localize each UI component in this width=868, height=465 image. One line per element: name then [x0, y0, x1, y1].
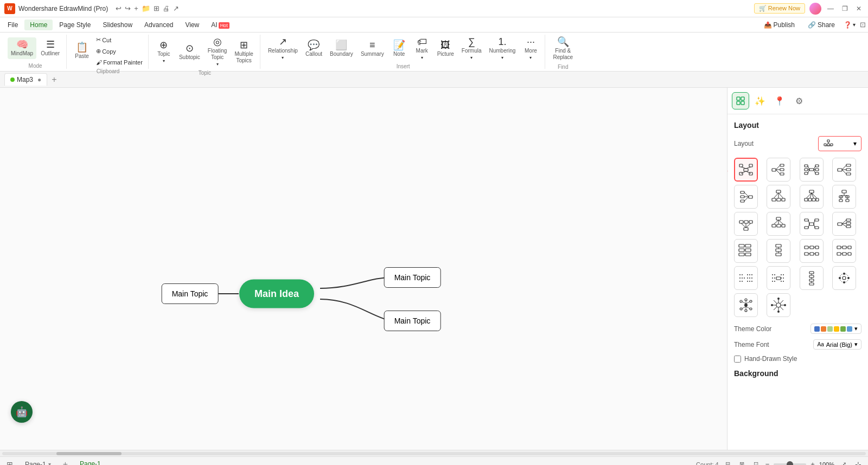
new-btn[interactable]: +	[134, 4, 138, 12]
cut-button[interactable]: ✂ Cut	[94, 35, 113, 45]
tab-map3[interactable]: Map3 ●	[4, 73, 47, 86]
layout-option-radial-dots[interactable]	[832, 266, 856, 290]
layout-option-wide-balanced[interactable]	[800, 158, 824, 182]
restore-button[interactable]: ❐	[840, 4, 850, 14]
add-page-button[interactable]: +	[63, 460, 68, 466]
menu-file[interactable]: File	[2, 20, 23, 30]
scrollbar-track[interactable]	[2, 452, 866, 455]
menu-advanced[interactable]: Advanced	[139, 20, 178, 30]
layout-option-top-wide[interactable]	[800, 185, 824, 209]
main-idea-node[interactable]: Main Idea	[239, 280, 314, 308]
layout-option-bottom-up[interactable]	[734, 212, 758, 236]
help-button[interactable]: ❓ ▾	[844, 21, 856, 29]
close-button[interactable]: ✕	[854, 4, 864, 14]
boundary-button[interactable]: ⬜ Boundary	[327, 38, 356, 60]
layout-option-dash-center[interactable]	[767, 266, 790, 290]
grid-btn[interactable]: ⊞	[154, 4, 159, 12]
panel-tab-ai[interactable]: ✨	[751, 92, 769, 109]
minimize-button[interactable]: —	[826, 4, 835, 14]
theme-color-dropdown[interactable]: ▾	[810, 324, 861, 334]
zoom-thumb[interactable]	[787, 461, 793, 466]
right-topic2-node[interactable]: Main Topic	[384, 311, 441, 331]
layout-option-star[interactable]	[767, 293, 790, 317]
layout-option-compact[interactable]	[832, 212, 856, 236]
picture-button[interactable]: 🖼 Picture	[434, 38, 457, 60]
undo-btn[interactable]: ↩	[116, 4, 122, 12]
find-replace-button[interactable]: 🔍 Find &Replace	[550, 35, 576, 63]
layout-option-left-tree[interactable]	[734, 185, 758, 209]
fullscreen-button[interactable]: ⤢	[839, 460, 848, 466]
layout-option-top-down[interactable]	[767, 185, 790, 209]
layout-option-right-only[interactable]	[832, 158, 856, 182]
panel-toggle[interactable]: ⊡	[860, 21, 866, 29]
zoom-slider[interactable]	[774, 463, 806, 466]
panel-tab-location[interactable]: 📍	[771, 92, 788, 109]
fit-screen-button[interactable]: ⊹	[855, 460, 861, 466]
view-fit-button[interactable]: ⊠	[737, 460, 747, 466]
sidebar-toggle[interactable]: ⊞	[7, 460, 13, 466]
topic-button[interactable]: ⊕ Topic ▾	[153, 38, 175, 66]
layout-option-arrows-right[interactable]	[800, 239, 824, 263]
layout-option-top-right[interactable]	[832, 185, 856, 209]
page-tab-1-chevron[interactable]: ▾	[48, 461, 51, 465]
subtopic-button[interactable]: ⊙ Subtopic	[176, 41, 203, 63]
canvas[interactable]: Main Idea Main Topic Main Topic Main Top…	[0, 88, 727, 450]
left-topic-node[interactable]: Main Topic	[162, 283, 219, 304]
layout-option-bottom-wide[interactable]	[767, 212, 790, 236]
right-topic1-node[interactable]: Main Topic	[384, 267, 441, 288]
paste-button[interactable]: 📋 Paste	[71, 40, 93, 62]
add-tab-button[interactable]: +	[49, 75, 59, 85]
layout-dropdown[interactable]: ▾	[818, 136, 861, 151]
more-button[interactable]: ··· More ▾	[520, 35, 541, 62]
outliner-button[interactable]: ☰ Outliner	[37, 37, 63, 59]
zoom-out-button[interactable]: −	[765, 460, 770, 465]
mindmap-button[interactable]: 🧠 MindMap	[8, 37, 36, 59]
user-avatar[interactable]	[809, 3, 821, 15]
copy-button[interactable]: ⊕ Copy	[94, 46, 118, 56]
view-split-button[interactable]: ⊟	[723, 460, 733, 466]
panel-tab-layout[interactable]	[732, 92, 749, 109]
layout-option-arrows-left[interactable]	[832, 239, 856, 263]
hand-drawn-checkbox[interactable]	[734, 356, 741, 363]
open-btn[interactable]: 📁	[142, 4, 150, 12]
share-button[interactable]: 🔗 Share	[803, 20, 839, 30]
menu-ai[interactable]: AIHot	[206, 20, 234, 30]
note-button[interactable]: 📝 Note	[388, 38, 410, 60]
mark-button[interactable]: 🏷 Mark ▾	[411, 35, 433, 62]
menu-slideshow[interactable]: Slideshow	[97, 20, 138, 30]
menu-home[interactable]: Home	[24, 20, 53, 30]
tab-close-map3[interactable]: ●	[37, 76, 41, 83]
theme-font-dropdown[interactable]: Aa Arial (Big) ▾	[813, 339, 861, 350]
scrollbar-thumb[interactable]	[56, 452, 122, 455]
format-painter-button[interactable]: 🖌 Format Painter	[94, 57, 145, 67]
summary-button[interactable]: ≡ Summary	[358, 38, 387, 60]
layout-option-right-tree[interactable]	[767, 158, 790, 182]
panel-tab-settings[interactable]: ⚙	[790, 92, 808, 109]
layout-option-balanced[interactable]	[734, 158, 758, 182]
layout-option-vertical-list[interactable]	[800, 266, 824, 290]
layout-option-left-right2[interactable]	[800, 212, 824, 236]
print-btn[interactable]: 🖨	[163, 4, 170, 12]
export-btn[interactable]: ↗	[173, 4, 179, 12]
multiple-topics-button[interactable]: ⊞ MultipleTopics	[231, 38, 256, 66]
horizontal-scrollbar[interactable]	[0, 450, 868, 456]
view-full-button[interactable]: ⊡	[751, 460, 761, 466]
callout-button[interactable]: 💬 Callout	[302, 38, 326, 60]
page-tab-1[interactable]: Page-1 ▾	[20, 458, 56, 466]
publish-button[interactable]: 📤 Publish	[760, 20, 799, 30]
redo-btn[interactable]: ↪	[125, 4, 131, 12]
menu-pagestyle[interactable]: Page Style	[54, 20, 96, 30]
floating-topic-button[interactable]: ◎ FloatingTopic ▾	[205, 35, 231, 69]
robot-button[interactable]: 🤖	[11, 401, 33, 423]
relationship-button[interactable]: ↗ Relationship ▾	[265, 35, 301, 62]
layout-option-steps-right[interactable]	[767, 239, 790, 263]
zoom-in-button[interactable]: +	[810, 460, 815, 465]
layout-option-dash-h[interactable]	[734, 266, 758, 290]
layout-option-steps-left[interactable]	[734, 239, 758, 263]
numbering-button[interactable]: 1. Numbering ▾	[486, 35, 519, 62]
active-page-tab[interactable]: Page-1	[74, 458, 106, 466]
renew-button[interactable]: 🛒 Renew Now	[754, 3, 805, 14]
formula-button[interactable]: ∑ Formula ▾	[458, 35, 485, 62]
menu-view[interactable]: View	[180, 20, 205, 30]
layout-option-cluster[interactable]	[734, 293, 758, 317]
